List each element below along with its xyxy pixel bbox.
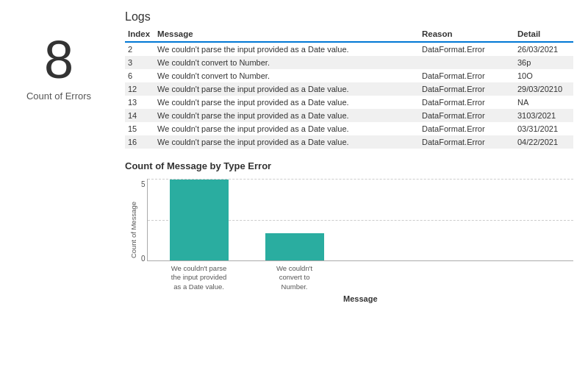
table-row: 6We couldn't convert to Number.DataForma… xyxy=(125,69,573,82)
cell-reason: DataFormat.Error xyxy=(419,69,514,82)
x-label-0: We couldn't parse the input provided as … xyxy=(170,264,229,291)
x-label-1: We couldn't convert to Number. xyxy=(265,264,324,291)
cell-reason xyxy=(419,56,514,69)
cell-reason: DataFormat.Error xyxy=(419,109,514,122)
y-tick-0: 0 xyxy=(141,255,146,263)
col-header-index: Index xyxy=(125,28,154,42)
cell-message: We couldn't parse the input provided as … xyxy=(154,42,419,56)
cell-detail: 03/31/2021 xyxy=(514,122,573,135)
col-header-reason: Reason xyxy=(419,28,514,42)
cell-index: 15 xyxy=(125,122,154,135)
col-header-detail: Detail xyxy=(514,28,573,42)
error-count-label: Count of Errors xyxy=(26,90,91,102)
cell-detail: 04/22/2021 xyxy=(514,135,573,149)
cell-index: 3 xyxy=(125,56,154,69)
cell-index: 14 xyxy=(125,109,154,122)
cell-detail: 26/03/2021 xyxy=(514,42,573,56)
left-panel: 8 Count of Errors xyxy=(0,0,118,387)
y-axis-label: Count of Message xyxy=(129,202,137,258)
cell-reason: DataFormat.Error xyxy=(419,42,514,56)
logs-title: Logs xyxy=(125,10,573,24)
cell-index: 16 xyxy=(125,135,154,149)
table-row: 2We couldn't parse the input provided as… xyxy=(125,42,573,56)
cell-index: 6 xyxy=(125,69,154,82)
table-row: 13We couldn't parse the input provided a… xyxy=(125,96,573,109)
x-axis-title: Message xyxy=(148,294,573,303)
cell-message: We couldn't parse the input provided as … xyxy=(154,135,419,149)
table-row: 16We couldn't parse the input provided a… xyxy=(125,135,573,149)
cell-reason: DataFormat.Error xyxy=(419,122,514,135)
cell-detail: 36p xyxy=(514,56,573,69)
table-header-row: Index Message Reason Detail xyxy=(125,28,573,42)
cell-detail: 29/03/20210 xyxy=(514,82,573,96)
cell-reason: DataFormat.Error xyxy=(419,135,514,149)
cell-index: 13 xyxy=(125,96,154,109)
table-row: 3We couldn't convert to Number.36p xyxy=(125,56,573,69)
chart-title: Count of Message by Type Error xyxy=(125,160,573,171)
table-row: 15We couldn't parse the input provided a… xyxy=(125,122,573,135)
cell-index: 12 xyxy=(125,82,154,96)
y-tick-5: 5 xyxy=(141,180,146,188)
cell-message: We couldn't convert to Number. xyxy=(154,56,419,69)
cell-reason: DataFormat.Error xyxy=(419,82,514,96)
cell-message: We couldn't parse the input provided as … xyxy=(154,109,419,122)
logs-table: Index Message Reason Detail 2We couldn't… xyxy=(125,28,573,149)
cell-index: 2 xyxy=(125,42,154,56)
cell-detail: NA xyxy=(514,96,573,109)
cell-detail: 3103/2021 xyxy=(514,109,573,122)
cell-message: We couldn't parse the input provided as … xyxy=(154,96,419,109)
right-panel: Logs Index Message Reason Detail 2We cou… xyxy=(118,0,588,387)
chart-section: Count of Message by Type Error Count of … xyxy=(125,160,573,303)
col-header-message: Message xyxy=(154,28,419,42)
error-count-number: 8 xyxy=(44,33,74,86)
bar-0 xyxy=(170,180,229,260)
bar-1 xyxy=(265,233,324,260)
cell-message: We couldn't parse the input provided as … xyxy=(154,82,419,96)
table-row: 14We couldn't parse the input provided a… xyxy=(125,109,573,122)
cell-message: We couldn't convert to Number. xyxy=(154,69,419,82)
cell-reason: DataFormat.Error xyxy=(419,96,514,109)
table-row: 12We couldn't parse the input provided a… xyxy=(125,82,573,96)
cell-detail: 10O xyxy=(514,69,573,82)
cell-message: We couldn't parse the input provided as … xyxy=(154,122,419,135)
